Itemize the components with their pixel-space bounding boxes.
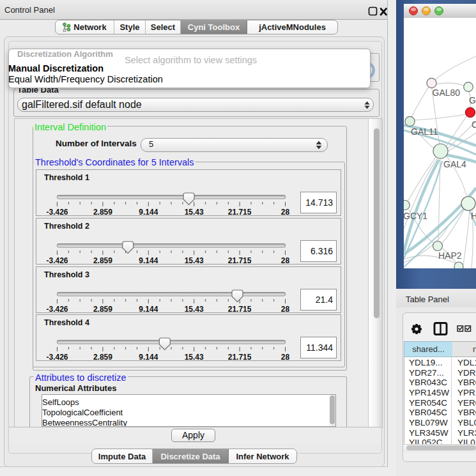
svg-text:GAL80: GAL80 [433,88,461,98]
svg-text:H: H [471,211,476,221]
svg-text:2.859: 2.859 [93,208,112,215]
svg-text:28: 28 [281,305,290,312]
svg-text:28: 28 [281,256,290,264]
svg-text:HAP2: HAP2 [438,250,462,261]
svg-text:9.144: 9.144 [139,256,158,264]
svg-text:9.144: 9.144 [139,305,158,312]
svg-text:GA: GA [469,95,476,105]
svg-text:21.715: 21.715 [228,353,252,360]
svg-text:C: C [472,119,476,130]
svg-text:15.43: 15.43 [185,208,204,215]
svg-text:-3.426: -3.426 [46,256,68,264]
svg-text:-3.426: -3.426 [46,305,68,312]
svg-text:21.715: 21.715 [228,208,252,215]
svg-text:15.43: 15.43 [185,256,204,264]
svg-text:28: 28 [281,353,290,360]
svg-text:9.144: 9.144 [139,208,158,215]
svg-text:2.859: 2.859 [93,256,112,264]
svg-text:15.43: 15.43 [185,353,204,360]
svg-text:-3.426: -3.426 [46,353,68,360]
svg-text:2.859: 2.859 [93,305,112,312]
svg-text:28: 28 [281,208,290,215]
svg-text:9.144: 9.144 [139,353,158,360]
svg-text:21.715: 21.715 [228,305,252,312]
svg-text:2.859: 2.859 [93,353,112,360]
svg-text:15.43: 15.43 [185,305,204,312]
svg-text:GAL11: GAL11 [411,127,438,137]
svg-text:21.715: 21.715 [228,256,252,264]
svg-text:GAL4: GAL4 [443,159,466,169]
svg-text:-3.426: -3.426 [46,208,68,215]
svg-text:GCY1: GCY1 [404,211,427,221]
